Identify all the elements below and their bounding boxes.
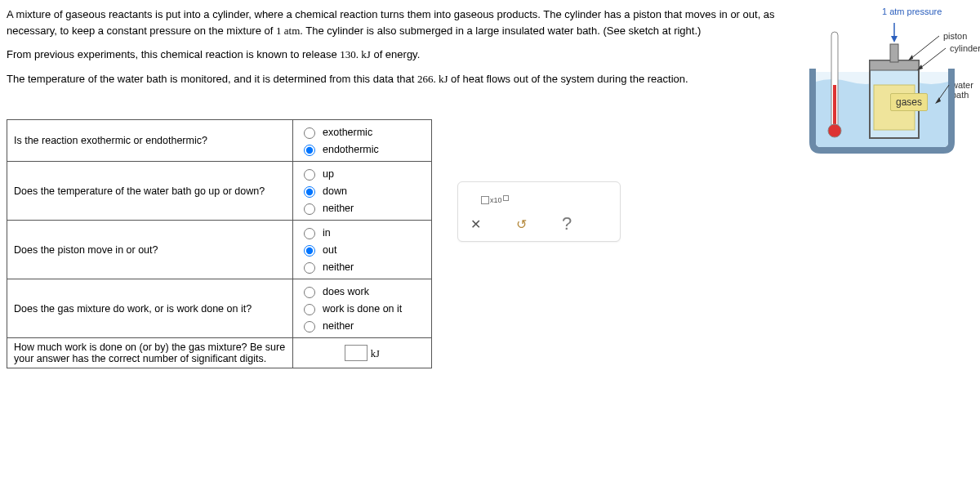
svg-marker-8 <box>891 36 898 42</box>
q3-row: Does the piston move in or out? in out n… <box>7 221 432 279</box>
q2-text: Does the temperature of the water bath g… <box>7 162 293 221</box>
q4-opt2-label: work is done on it <box>323 303 402 315</box>
q1-opt1-label: exothermic <box>323 127 372 138</box>
q2-opt3-label: neither <box>323 203 354 214</box>
problem-text: A mixture of gaseous reactants is put in… <box>7 7 799 87</box>
q3-opt3-radio[interactable] <box>304 262 315 274</box>
q1-row: Is the reaction exothermic or endothermi… <box>7 120 432 162</box>
q3-opt1-label: in <box>323 227 331 239</box>
q4-opt1-radio[interactable] <box>304 287 315 298</box>
checkbox-icon <box>481 196 489 204</box>
q3-opt1-radio[interactable] <box>304 228 315 239</box>
q1-opt2-radio[interactable] <box>304 145 315 156</box>
svg-marker-10 <box>908 55 913 60</box>
p3b: of heat flows out of the system during t… <box>448 73 688 85</box>
q1-opt2-label: endothermic <box>323 144 379 155</box>
diagram: 1 atm pressure piston cylinder water bat… <box>800 5 980 160</box>
q3-opt2-label: out <box>323 244 336 256</box>
p1b: . The cylinder is also submerged in a la… <box>300 25 701 37</box>
q4-opt3-label: neither <box>323 320 354 332</box>
close-icon: ✕ <box>470 216 481 232</box>
svg-line-9 <box>911 36 939 59</box>
p2b: of energy. <box>371 48 420 60</box>
toolbox: x10 ✕ ↺ ? <box>457 181 621 242</box>
q2-row: Does the temperature of the water bath g… <box>7 162 432 221</box>
q3-text: Does the piston move in or out? <box>7 221 293 279</box>
p3a: The temperature of the water bath is mon… <box>7 73 417 85</box>
q2-opt2-radio[interactable] <box>304 186 315 198</box>
q5-text: How much work is done on (or by) the gas… <box>7 338 293 368</box>
p1-val: 1 atm <box>276 25 300 37</box>
q4-row: Does the gas mixture do work, or is work… <box>7 279 432 338</box>
q1-opt1-radio[interactable] <box>304 127 315 139</box>
question-table: Is the reaction exothermic or endothermi… <box>7 119 432 368</box>
q3-answers: in out neither <box>293 221 432 279</box>
p3-val: 266. kJ <box>417 73 448 85</box>
q4-opt1-label: does work <box>323 286 369 297</box>
svg-rect-5 <box>833 85 836 127</box>
help-button[interactable]: ? <box>556 213 577 234</box>
q1-text: Is the reaction exothermic or endothermi… <box>7 120 293 162</box>
diagram-svg <box>800 20 980 158</box>
undo-icon: ↺ <box>516 216 527 232</box>
undo-button[interactable]: ↺ <box>510 213 532 234</box>
q1-answers: exothermic endothermic <box>293 120 432 162</box>
close-button[interactable]: ✕ <box>465 213 486 234</box>
q2-opt3-radio[interactable] <box>304 203 315 215</box>
checkbox-small-icon <box>503 195 509 201</box>
q2-opt1-radio[interactable] <box>304 169 315 181</box>
q4-text: Does the gas mixture do work, or is work… <box>7 279 293 338</box>
q3-opt2-radio[interactable] <box>304 245 315 257</box>
x10-tool[interactable]: x10 <box>481 195 509 204</box>
svg-rect-3 <box>890 44 898 62</box>
q5-unit: kJ <box>371 348 380 359</box>
q5-row: How much work is done on (or by) the gas… <box>7 338 432 368</box>
q2-opt2-label: down <box>323 185 347 197</box>
diagram-label-gases: gases <box>890 93 928 111</box>
help-icon: ? <box>562 213 572 234</box>
p2-val: 130. kJ <box>340 48 371 60</box>
p2a: From previous experiments, this chemical… <box>7 48 340 60</box>
q5-input[interactable] <box>345 345 368 361</box>
q2-answers: up down neither <box>293 162 432 221</box>
q3-opt3-label: neither <box>323 261 354 273</box>
q4-answers: does work work is done on it neither <box>293 279 432 338</box>
q4-opt2-radio[interactable] <box>304 304 315 315</box>
q5-answer: kJ <box>293 338 432 368</box>
svg-point-6 <box>828 124 841 137</box>
x10-label: x10 <box>490 196 502 204</box>
q4-opt3-radio[interactable] <box>304 321 315 333</box>
svg-line-11 <box>920 48 946 69</box>
q2-opt1-label: up <box>323 168 334 180</box>
diagram-label-pressure: 1 atm pressure <box>882 7 942 16</box>
